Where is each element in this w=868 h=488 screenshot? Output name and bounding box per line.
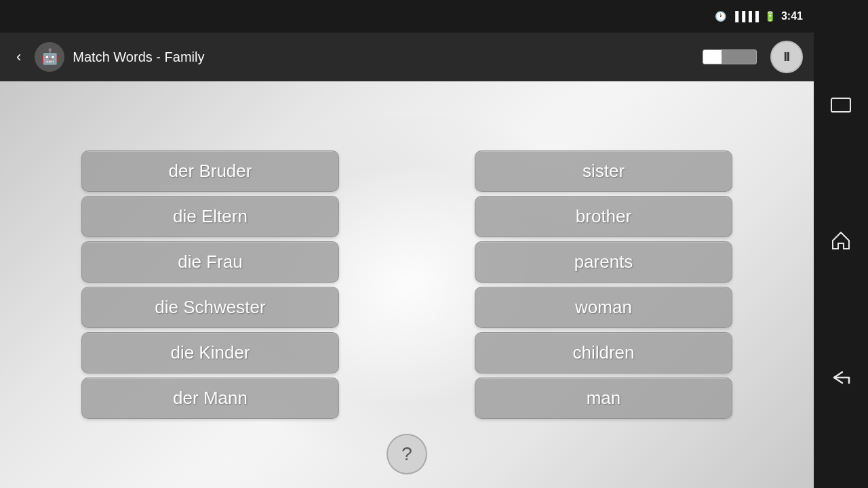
german-word-button[interactable]: die Frau xyxy=(81,241,339,283)
main-area: 🕐 ▐▐▐▐ 🔋 3:41 ‹ 🤖 Match Words - Family ⏸… xyxy=(0,0,814,488)
pause-icon: ⏸ xyxy=(781,50,793,64)
svg-rect-0 xyxy=(831,98,850,112)
pause-button[interactable]: ⏸ xyxy=(770,41,803,73)
progress-bar xyxy=(703,49,757,64)
nav-bar: ‹ 🤖 Match Words - Family ⏸ xyxy=(0,33,814,81)
english-word-button[interactable]: children xyxy=(475,332,732,373)
signal-icon: ▐▐▐▐ xyxy=(732,11,759,22)
recent-apps-button[interactable] xyxy=(830,96,852,118)
home-button[interactable] xyxy=(830,230,852,256)
time-display: 3:41 xyxy=(781,10,803,22)
german-word-button[interactable]: die Kinder xyxy=(81,332,339,373)
back-button[interactable]: ‹ xyxy=(11,45,26,68)
help-button[interactable]: ? xyxy=(387,434,427,474)
english-word-column: sisterbrotherparentswomanchildrenman xyxy=(475,150,732,419)
german-word-button[interactable]: die Schwester xyxy=(81,287,339,328)
alarm-icon: 🕐 xyxy=(715,11,726,22)
german-word-button[interactable]: der Bruder xyxy=(81,150,339,192)
german-word-button[interactable]: die Eltern xyxy=(81,196,339,237)
game-area: der Bruderdie Elterndie Fraudie Schweste… xyxy=(0,81,814,488)
english-word-button[interactable]: sister xyxy=(475,150,732,192)
battery-icon: 🔋 xyxy=(764,11,776,22)
word-columns: der Bruderdie Elterndie Fraudie Schweste… xyxy=(20,95,793,474)
app-icon-emoji: 🤖 xyxy=(41,48,59,66)
app-title: Match Words - Family xyxy=(73,49,694,65)
status-bar: 🕐 ▐▐▐▐ 🔋 3:41 xyxy=(0,0,814,33)
english-word-button[interactable]: man xyxy=(475,378,732,419)
german-word-column: der Bruderdie Elterndie Fraudie Schweste… xyxy=(81,150,339,419)
back-nav-button[interactable] xyxy=(829,368,853,392)
right-panel xyxy=(814,0,868,488)
english-word-button[interactable]: brother xyxy=(475,196,732,237)
english-word-button[interactable]: woman xyxy=(475,287,732,328)
german-word-button[interactable]: der Mann xyxy=(81,378,339,419)
progress-bar-fill xyxy=(703,50,722,64)
help-icon: ? xyxy=(401,443,412,465)
english-word-button[interactable]: parents xyxy=(475,241,732,283)
app-icon: 🤖 xyxy=(35,42,64,72)
